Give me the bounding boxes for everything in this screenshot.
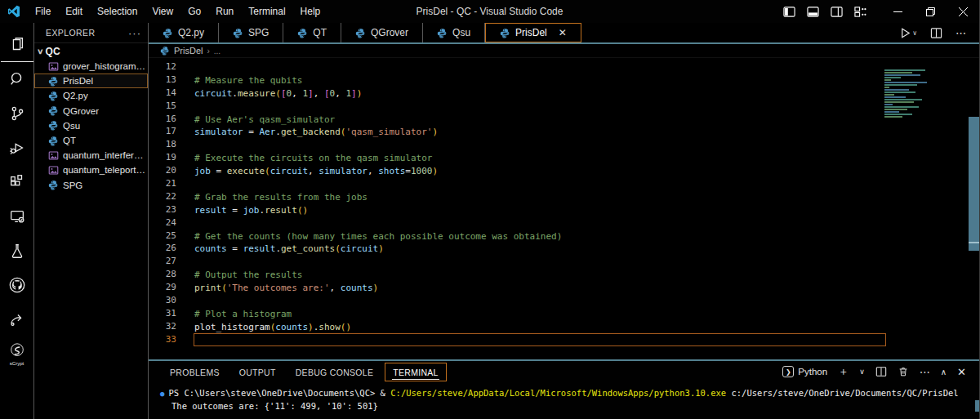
menu-terminal[interactable]: Terminal xyxy=(242,3,292,20)
panel-tab-output[interactable]: OUTPUT xyxy=(231,363,284,381)
editor-scrollbar[interactable] xyxy=(969,117,979,251)
panel-more-actions-icon[interactable]: ⋯ xyxy=(920,366,930,378)
breadcrumb[interactable]: PrisDel › ... xyxy=(149,44,979,58)
customize-layout-icon[interactable] xyxy=(854,6,866,18)
tab-qsu[interactable]: Qsu xyxy=(423,23,485,42)
code-line-24[interactable]: 24 xyxy=(149,216,979,230)
code-line-18[interactable]: 18 xyxy=(149,138,979,151)
code-line-12[interactable]: 12 xyxy=(149,60,979,74)
remote-explorer-icon[interactable] xyxy=(1,199,33,234)
panel-tab-problems[interactable]: PROBLEMS xyxy=(162,363,228,381)
menu-view[interactable]: View xyxy=(145,3,180,20)
scrypt-icon[interactable]: sCrypt xyxy=(1,337,33,371)
terminal-output[interactable]: ●PS C:\Users\steve\OneDrive\Documents\QC… xyxy=(149,382,979,419)
close-button[interactable] xyxy=(947,0,979,23)
extensions-icon[interactable] xyxy=(1,165,33,199)
explorer-more-actions-icon[interactable]: ··· xyxy=(128,27,141,39)
menu-edit[interactable]: Edit xyxy=(59,3,89,20)
file-item-q2-py[interactable]: Q2.py xyxy=(34,88,148,103)
code-line-27[interactable]: 27 xyxy=(149,255,979,268)
tab-prisdel[interactable]: PrisDel✕ xyxy=(485,23,581,42)
live-share-icon[interactable] xyxy=(1,302,33,337)
line-content: # Output the results xyxy=(194,268,886,281)
maximize-panel-icon[interactable]: ∧ xyxy=(941,368,947,377)
line-number: 15 xyxy=(149,100,176,113)
tab-label: SPG xyxy=(248,27,269,38)
menu-file[interactable]: File xyxy=(29,3,57,20)
code-line-13[interactable]: 13# Measure the qubits xyxy=(149,74,979,87)
kill-terminal-icon[interactable] xyxy=(898,366,909,377)
menu-go[interactable]: Go xyxy=(181,3,207,20)
testing-icon[interactable] xyxy=(1,234,33,268)
menu-help[interactable]: Help xyxy=(294,3,327,20)
file-item-qt[interactable]: QT xyxy=(34,133,148,148)
tab-label: PrisDel xyxy=(515,27,547,38)
folder-row-qc[interactable]: ∨ QC xyxy=(34,42,148,59)
split-editor-icon[interactable] xyxy=(930,27,942,39)
code-line-25[interactable]: 25# Get the counts (how many times each … xyxy=(149,230,979,243)
code-editor[interactable]: 1213# Measure the qubits14circuit.measur… xyxy=(149,58,979,359)
file-item-prisdel[interactable]: PrisDel xyxy=(34,74,148,88)
run-dropdown-icon[interactable]: ∨ xyxy=(912,29,917,37)
toggle-secondary-sidebar-icon[interactable] xyxy=(831,6,843,18)
panel-tab-debug-console[interactable]: DEBUG CONSOLE xyxy=(287,363,382,381)
tabs: Q2.pySPGQTQGroverQsuPrisDel✕ xyxy=(149,23,581,42)
menu-run[interactable]: Run xyxy=(209,3,240,20)
code-line-26[interactable]: 26counts = result.get_counts(circuit) xyxy=(149,242,979,255)
file-item-qsu[interactable]: Qsu xyxy=(34,118,148,133)
line-content: print('The outcomes are:', counts) xyxy=(194,281,886,294)
file-item-grover-histogram-png[interactable]: grover_histogram.png xyxy=(34,59,148,74)
source-control-icon[interactable] xyxy=(1,96,33,131)
github-icon[interactable] xyxy=(1,268,33,302)
run-and-debug-icon[interactable] xyxy=(1,131,33,165)
editor-more-actions-icon[interactable]: ⋯ xyxy=(956,27,966,39)
minimap[interactable] xyxy=(884,69,930,118)
toggle-sidebar-icon[interactable] xyxy=(783,6,795,18)
line-number: 20 xyxy=(149,164,176,177)
code-lines: 1213# Measure the qubits14circuit.measur… xyxy=(149,60,979,346)
code-line-20[interactable]: 20job = execute(circuit, simulator, shot… xyxy=(149,164,979,177)
file-item-quantum-interferenc-[interactable]: quantum_interferenc... xyxy=(34,148,148,163)
terminal-dropdown-icon[interactable]: ∨ xyxy=(859,368,865,376)
breadcrumb-more[interactable]: ... xyxy=(214,47,220,56)
tab-qgrover[interactable]: QGrover xyxy=(341,23,423,42)
code-line-21[interactable]: 21 xyxy=(149,177,979,190)
code-line-16[interactable]: 16# Use Aer's qasm_simulator xyxy=(149,113,979,126)
search-icon[interactable] xyxy=(1,62,33,96)
code-line-14[interactable]: 14circuit.measure([0, 1], [0, 1]) xyxy=(149,87,979,100)
code-line-33[interactable]: 33 xyxy=(149,333,979,346)
code-line-23[interactable]: 23result = job.result() xyxy=(149,203,979,216)
run-python-file-button[interactable]: ∨ xyxy=(899,27,917,39)
restore-button[interactable] xyxy=(914,0,947,23)
terminal-profile-badge[interactable]: ❯ Python xyxy=(782,366,827,377)
code-line-28[interactable]: 28# Output the results xyxy=(149,268,979,281)
code-line-32[interactable]: 32plot_histogram(counts).show() xyxy=(149,320,979,333)
tab-spg[interactable]: SPG xyxy=(219,23,283,42)
close-tab-icon[interactable]: ✕ xyxy=(559,27,567,38)
new-terminal-icon[interactable]: ＋ xyxy=(838,364,849,379)
explorer-icon[interactable] xyxy=(1,28,33,62)
code-line-17[interactable]: 17simulator = Aer.get_backend('qasm_simu… xyxy=(149,125,979,138)
line-content: # Get the counts (how many times each po… xyxy=(194,230,886,243)
code-line-30[interactable]: 30 xyxy=(149,294,979,307)
code-line-15[interactable]: 15 xyxy=(149,100,979,113)
code-line-19[interactable]: 19# Execute the circuits on the qasm sim… xyxy=(149,151,979,164)
code-line-29[interactable]: 29print('The outcomes are:', counts) xyxy=(149,281,979,294)
python-file-icon xyxy=(48,76,59,87)
menu-selection[interactable]: Selection xyxy=(91,3,144,20)
code-line-22[interactable]: 22# Grab the results from the jobs xyxy=(149,190,979,203)
toggle-panel-icon[interactable] xyxy=(807,6,819,18)
file-item-quantum-teleportatio-[interactable]: quantum_teleportatio... xyxy=(34,163,148,177)
panel-tab-terminal[interactable]: TERMINAL xyxy=(385,363,447,381)
tab-qt[interactable]: QT xyxy=(283,23,341,42)
tab-q2-py[interactable]: Q2.py xyxy=(149,23,219,42)
minimize-button[interactable] xyxy=(881,0,914,23)
file-item-spg[interactable]: SPG xyxy=(34,178,148,193)
file-label: quantum_teleportatio... xyxy=(63,165,147,175)
split-terminal-icon[interactable] xyxy=(875,366,887,377)
breadcrumb-file[interactable]: PrisDel xyxy=(174,46,203,56)
close-panel-icon[interactable]: ✕ xyxy=(957,366,966,378)
terminal-scrollbar[interactable] xyxy=(975,400,979,412)
code-line-31[interactable]: 31# Plot a histogram xyxy=(149,307,979,320)
file-item-qgrover[interactable]: QGrover xyxy=(34,104,148,118)
